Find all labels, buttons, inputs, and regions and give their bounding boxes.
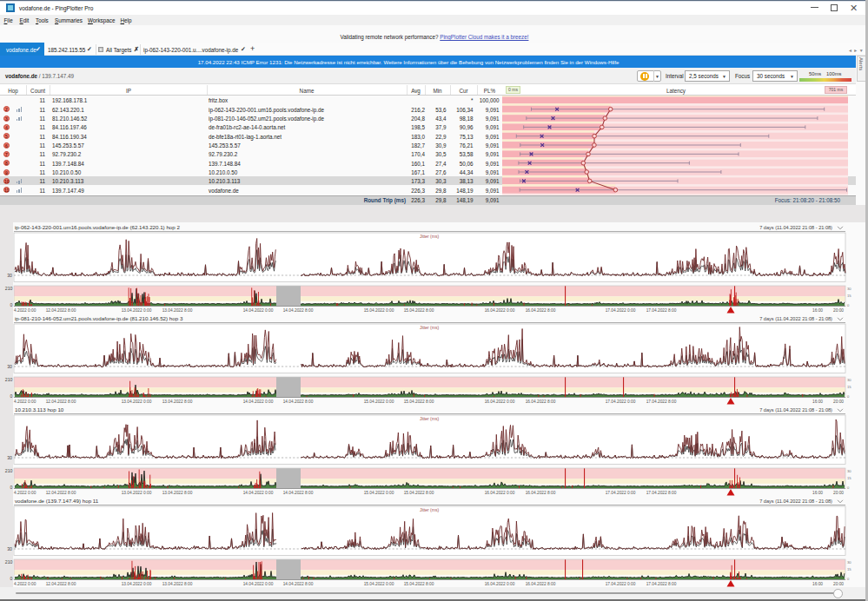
svg-text:16.04.2022 0:00: 16.04.2022 0:00 bbox=[485, 582, 515, 586]
svg-text:ip-062-143-220-001.um16.pools.: ip-062-143-220-001.um16.pools.vodafone-i… bbox=[15, 224, 180, 230]
svg-text:17.04.2022 0:00: 17.04.2022 0:00 bbox=[606, 582, 636, 586]
svg-text:0: 0 bbox=[10, 393, 13, 399]
svg-text:15.04.2022 8:00: 15.04.2022 8:00 bbox=[404, 400, 434, 404]
svg-text:Jitter (ms): Jitter (ms) bbox=[420, 416, 440, 421]
svg-text:12.04.2022 8:00: 12.04.2022 8:00 bbox=[46, 400, 76, 404]
svg-text:17.04.2022 0:00: 17.04.2022 0:00 bbox=[606, 491, 636, 495]
svg-text:20:00: 20:00 bbox=[833, 400, 844, 404]
svg-text:16:00: 16:00 bbox=[812, 400, 823, 404]
svg-text:15: 15 bbox=[847, 294, 851, 298]
svg-text:14.04.2022 8:00: 14.04.2022 8:00 bbox=[283, 582, 314, 586]
svg-text:13.04.2022 0:00: 13.04.2022 0:00 bbox=[122, 582, 152, 586]
svg-text:30: 30 bbox=[7, 364, 12, 369]
svg-text:30: 30 bbox=[7, 455, 12, 460]
svg-text:15.04.2022 0:00: 15.04.2022 0:00 bbox=[364, 308, 394, 313]
svg-text:16.04.2022 0:00: 16.04.2022 0:00 bbox=[485, 308, 515, 313]
svg-text:15.04.2022 0:00: 15.04.2022 0:00 bbox=[364, 400, 394, 404]
svg-text:20:00: 20:00 bbox=[833, 308, 844, 313]
svg-text:15.04.2022 8:00: 15.04.2022 8:00 bbox=[404, 491, 434, 495]
svg-text:30: 30 bbox=[847, 378, 851, 382]
svg-text:13.04.2022 0:00: 13.04.2022 0:00 bbox=[122, 400, 152, 404]
svg-text:16:00: 16:00 bbox=[812, 491, 823, 495]
svg-text:15: 15 bbox=[847, 567, 851, 571]
svg-text:17.04.2022 8:00: 17.04.2022 8:00 bbox=[646, 491, 677, 495]
svg-text:17.04.2022 8:00: 17.04.2022 8:00 bbox=[646, 308, 677, 313]
svg-text:vodafone.de (139.7.147.49) hop: vodafone.de (139.7.147.49) hop 11 bbox=[15, 498, 99, 504]
svg-text:15: 15 bbox=[847, 385, 851, 389]
svg-text:12.04.2022 8:00: 12.04.2022 8:00 bbox=[46, 308, 76, 313]
svg-text:15.04.2022 8:00: 15.04.2022 8:00 bbox=[404, 308, 434, 313]
svg-text:17.04.2022 8:00: 17.04.2022 8:00 bbox=[646, 400, 677, 404]
svg-text:16.04.2022 0:00: 16.04.2022 0:00 bbox=[485, 400, 515, 404]
svg-text:13.04.2022 0:00: 13.04.2022 0:00 bbox=[122, 308, 152, 313]
svg-text:14.04.2022 0:00: 14.04.2022 0:00 bbox=[243, 582, 274, 586]
svg-text:0: 0 bbox=[10, 576, 13, 581]
svg-text:14.04.2022 8:00: 14.04.2022 8:00 bbox=[283, 491, 314, 495]
svg-text:4.2022 0:00: 4.2022 0:00 bbox=[14, 308, 36, 313]
svg-text:7 days (11.04.2022 21:08 - 21:: 7 days (11.04.2022 21:08 - 21:08) bbox=[759, 225, 832, 230]
svg-text:13.04.2022 8:00: 13.04.2022 8:00 bbox=[162, 582, 193, 586]
svg-text:15.04.2022 8:00: 15.04.2022 8:00 bbox=[404, 582, 434, 586]
svg-text:16:00: 16:00 bbox=[812, 582, 823, 586]
svg-text:12.04.2022 8:00: 12.04.2022 8:00 bbox=[46, 491, 76, 495]
svg-text:16.04.2022 8:00: 16.04.2022 8:00 bbox=[526, 491, 556, 495]
svg-text:14.04.2022 8:00: 14.04.2022 8:00 bbox=[283, 308, 314, 313]
svg-text:16:00: 16:00 bbox=[812, 308, 823, 313]
svg-text:14.04.2022 0:00: 14.04.2022 0:00 bbox=[243, 491, 274, 495]
svg-text:30: 30 bbox=[847, 287, 851, 291]
svg-text:30: 30 bbox=[847, 560, 851, 565]
svg-text:30: 30 bbox=[7, 273, 12, 278]
svg-text:7 days (11.04.2022 21:08 - 21:: 7 days (11.04.2022 21:08 - 21:08) bbox=[759, 316, 832, 321]
svg-text:7 days (11.04.2022 21:08 - 21:: 7 days (11.04.2022 21:08 - 21:08) bbox=[759, 407, 832, 413]
svg-text:0: 0 bbox=[10, 485, 13, 490]
svg-text:13.04.2022 8:00: 13.04.2022 8:00 bbox=[162, 491, 193, 495]
svg-text:15.04.2022 0:00: 15.04.2022 0:00 bbox=[364, 491, 394, 495]
svg-text:13.04.2022 8:00: 13.04.2022 8:00 bbox=[162, 308, 193, 313]
svg-text:Jitter (ms): Jitter (ms) bbox=[420, 325, 440, 330]
svg-text:17.04.2022 0:00: 17.04.2022 0:00 bbox=[606, 308, 636, 313]
svg-text:ip-081-210-146-052.um21.pools.: ip-081-210-146-052.um21.pools.vodafone-i… bbox=[15, 315, 183, 321]
svg-text:14.04.2022 0:00: 14.04.2022 0:00 bbox=[243, 400, 274, 404]
svg-text:14.04.2022 8:00: 14.04.2022 8:00 bbox=[283, 400, 314, 404]
svg-text:16.04.2022 8:00: 16.04.2022 8:00 bbox=[526, 400, 556, 404]
svg-text:17.04.2022 0:00: 17.04.2022 0:00 bbox=[606, 400, 636, 404]
svg-text:30: 30 bbox=[847, 469, 851, 473]
svg-text:4.2022 0:00: 4.2022 0:00 bbox=[14, 491, 36, 495]
svg-text:16.04.2022 0:00: 16.04.2022 0:00 bbox=[485, 491, 515, 495]
svg-text:15: 15 bbox=[847, 476, 851, 480]
svg-text:7 days (11.04.2022 21:08 - 21:: 7 days (11.04.2022 21:08 - 21:08) bbox=[759, 499, 832, 504]
svg-text:210: 210 bbox=[5, 286, 13, 291]
svg-text:17.04.2022 8:00: 17.04.2022 8:00 bbox=[646, 582, 677, 586]
svg-text:Jitter (ms): Jitter (ms) bbox=[420, 507, 440, 512]
svg-text:210: 210 bbox=[5, 559, 13, 565]
svg-text:20:00: 20:00 bbox=[833, 582, 844, 586]
svg-text:4.2022 0:00: 4.2022 0:00 bbox=[14, 582, 36, 586]
svg-text:30: 30 bbox=[7, 546, 12, 551]
svg-text:210: 210 bbox=[5, 468, 13, 473]
svg-text:0: 0 bbox=[10, 302, 13, 307]
svg-text:16.04.2022 8:00: 16.04.2022 8:00 bbox=[526, 582, 556, 586]
svg-text:10.210.3.113 hop 10: 10.210.3.113 hop 10 bbox=[15, 406, 64, 413]
svg-text:Jitter (ms): Jitter (ms) bbox=[420, 234, 440, 239]
svg-text:15.04.2022 0:00: 15.04.2022 0:00 bbox=[364, 582, 394, 586]
svg-text:16.04.2022 8:00: 16.04.2022 8:00 bbox=[526, 308, 556, 313]
svg-text:13.04.2022 8:00: 13.04.2022 8:00 bbox=[162, 400, 193, 404]
svg-text:210: 210 bbox=[5, 377, 13, 382]
svg-text:12.04.2022 8:00: 12.04.2022 8:00 bbox=[46, 582, 76, 586]
svg-text:14.04.2022 0:00: 14.04.2022 0:00 bbox=[243, 308, 274, 313]
svg-text:20:00: 20:00 bbox=[833, 491, 844, 495]
svg-text:4.2022 0:00: 4.2022 0:00 bbox=[14, 400, 36, 404]
svg-text:13.04.2022 0:00: 13.04.2022 0:00 bbox=[122, 491, 152, 495]
